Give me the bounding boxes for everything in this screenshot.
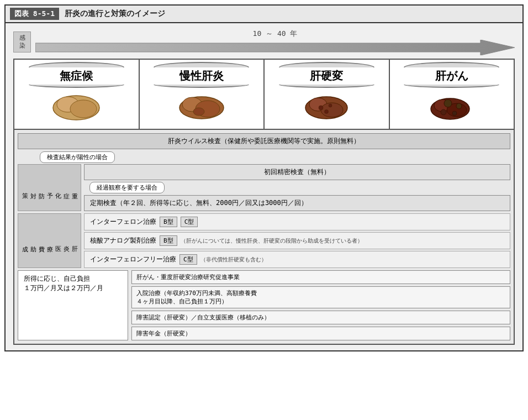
progress-arrow — [35, 40, 515, 55]
title-bar: 図表 8-5-1 肝炎の進行と対策のイメージ — [6, 6, 522, 23]
bottom-right-item2: 入院治療（年収約370万円未満、高額療養費４ヶ月目以降、自己負担１万円） — [131, 286, 510, 308]
stages-top-row: 無症候 慢性肝炎 — [13, 59, 515, 130]
bottom-left: 所得に応じ、自己負担１万円／月又は２万円／月 — [18, 270, 128, 340]
bottom-section: 所得に応じ、自己負担１万円／月又は２万円／月 肝がん・重度肝硬変治療研究促進事業… — [18, 270, 510, 340]
svg-point-18 — [456, 103, 462, 109]
treatment-row-2: 核酸アナログ製剤治療 B型 （肝がんについては、慢性肝炎、肝硬変の段階から助成を… — [84, 232, 510, 249]
treatment-block: 肝炎医療費助成 インターフェロン治療 B型 C型 核酸アナログ製剤治療 B型 （… — [18, 213, 510, 268]
treatment3-note: （非代償性肝硬変も含む） — [200, 256, 267, 264]
treatment1-badge1: B型 — [160, 217, 177, 227]
bottom-right-item1: 肝がん・重度肝硬変治療研究促進事業 — [131, 270, 510, 284]
outer-frame: 図表 8-5-1 肝炎の進行と対策のイメージ 感染 10 ～ 40 年 — [4, 4, 524, 351]
svg-point-19 — [441, 109, 446, 115]
periodic-check-text: 定期検査（年２回、所得等に応じ、無料、2000円／回又は3000円／回） — [90, 199, 308, 207]
main-content: 感染 10 ～ 40 年 — [6, 23, 522, 350]
bottom-right-item4: 障害年金（肝硬変） — [131, 327, 510, 340]
treatment2-text: 核酸アナログ製剤治療 — [90, 236, 156, 245]
arrow-row: 感染 10 ～ 40 年 — [13, 29, 515, 55]
treatment3-badge: C型 — [179, 254, 197, 265]
stage-chronic: 慢性肝炎 — [140, 60, 265, 129]
svg-point-3 — [70, 100, 97, 118]
stage1-name: 無症候 — [17, 67, 136, 85]
bottom-right-item3: 障害認定（肝硬変）／自立支援医療（移植のみ） — [131, 311, 510, 324]
treatment1-text: インターフェロン治療 — [90, 217, 156, 227]
svg-point-7 — [193, 108, 204, 116]
severity-content: 初回精密検査（無料） 経過観察を要する場合 定期検査（年２回、所得等に応じ、無料… — [84, 164, 510, 211]
initial-check-text: 初回精密検査（無料） — [264, 168, 330, 176]
liver2-area — [140, 89, 264, 129]
treatment-label: 肝炎医療費助成 — [18, 213, 81, 268]
treatment-row-3: インターフェロンフリー治療 C型 （非代償性肝硬変も含む） — [84, 251, 510, 268]
treatment3-text: インターフェロンフリー治療 — [90, 255, 176, 264]
positive-note-row: 検査結果が陽性の場合 — [40, 151, 499, 163]
positive-note: 検査結果が陽性の場合 — [40, 151, 115, 163]
stage-cancer: 肝がん — [390, 60, 514, 129]
svg-marker-0 — [35, 40, 515, 55]
arrow-container: 10 ～ 40 年 — [35, 29, 515, 55]
treatment1-badge-ci: C型 — [181, 217, 198, 227]
liver3-area — [265, 89, 389, 129]
liver4-area — [390, 89, 514, 129]
svg-point-17 — [444, 99, 452, 107]
followup-note-row: 経過観察を要する場合 — [89, 182, 505, 193]
virus-check-box: 肝炎ウイルス検査（保健所や委託医療機関等で実施。原則無料） — [18, 133, 510, 149]
figure-title: 肝炎の進行と対策のイメージ — [65, 9, 165, 19]
severity-block: 重症化予防対策 初回精密検査（無料） 経過観察を要する場合 定期検査（年２回、所… — [18, 164, 510, 211]
treatment2-badge: B型 — [160, 235, 177, 246]
infection-label: 感染 — [13, 32, 31, 53]
treatment2-note: （肝がんについては、慢性肝炎、肝硬変の段階から助成を受けている者） — [181, 237, 363, 245]
stage2-name: 慢性肝炎 — [142, 67, 262, 85]
stage-cirrhosis: 肝硬変 — [265, 60, 390, 129]
treatment-content: インターフェロン治療 B型 C型 核酸アナログ製剤治療 B型 （肝がんについては… — [84, 213, 510, 268]
figure-label: 図表 8-5-1 — [10, 8, 59, 20]
virus-check-text: 肝炎ウイルス検査（保健所や委託医療機関等で実施。原則無料） — [168, 137, 360, 145]
svg-point-20 — [452, 111, 457, 116]
severity-label: 重症化予防対策 — [18, 164, 81, 211]
svg-point-12 — [329, 104, 332, 107]
liver1-area — [14, 89, 139, 129]
bottom-right: 肝がん・重度肝硬変治療研究促進事業 入院治療（年収約370万円未満、高額療養費４… — [131, 270, 510, 340]
stage4-name: 肝がん — [392, 67, 512, 85]
svg-point-13 — [325, 110, 329, 114]
years-label: 10 ～ 40 年 — [253, 29, 298, 39]
initial-check-box: 初回精密検査（無料） — [84, 164, 510, 180]
treatment-row-1: インターフェロン治療 B型 C型 — [84, 213, 510, 230]
periodic-check-box: 定期検査（年２回、所得等に応じ、無料、2000円／回又は3000円／回） — [84, 195, 510, 211]
svg-point-11 — [319, 106, 323, 110]
stage3-name: 肝硬変 — [267, 67, 387, 85]
diagram-area: 肝炎ウイルス検査（保健所や委託医療機関等で実施。原則無料） 検査結果が陽性の場合… — [13, 130, 515, 345]
stage-mushouko: 無症候 — [14, 60, 140, 129]
followup-note: 経過観察を要する場合 — [89, 182, 165, 193]
